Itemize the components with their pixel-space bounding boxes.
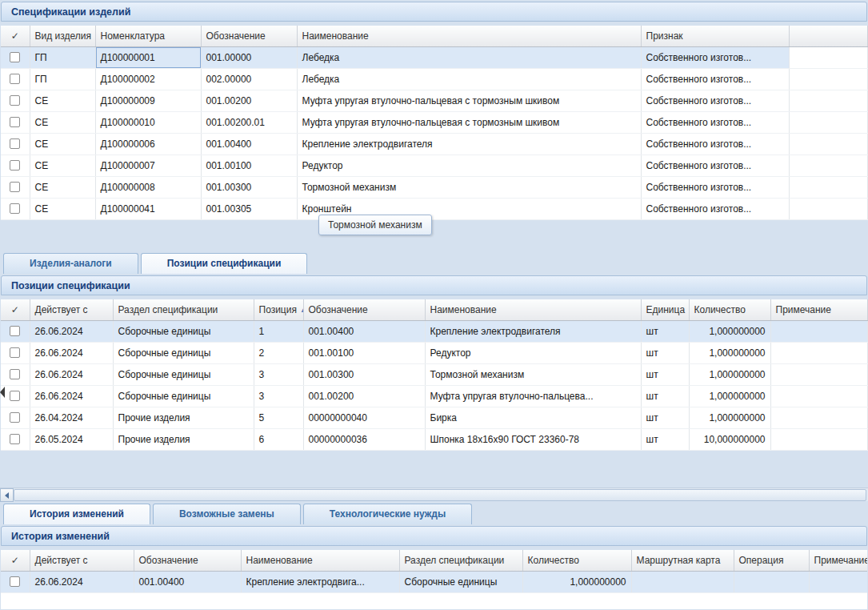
table-cell[interactable]: Д100000007	[95, 155, 201, 176]
table-cell[interactable]: Д100000002	[95, 68, 201, 90]
table-cell[interactable]: 3	[254, 385, 303, 407]
table-cell[interactable]: Прочие изделия	[113, 428, 254, 450]
row-checkbox[interactable]	[10, 347, 20, 358]
table-cell[interactable]: 001.00100	[201, 155, 297, 176]
table-cell[interactable]: 26.05.2024	[30, 428, 113, 450]
table-row[interactable]: СЕД100000006001.00400Крепление электродв…	[1, 133, 867, 155]
tab-2[interactable]: Возможные замены	[153, 504, 301, 524]
table-cell[interactable]	[734, 571, 809, 592]
column-header[interactable]: Обозначение	[303, 299, 425, 320]
table-cell[interactable]: Д100000009	[95, 90, 201, 111]
table-cell[interactable]: Муфта упругая втулочно-пальцевая с тормо…	[297, 90, 641, 111]
scrollbar-thumb[interactable]	[14, 489, 866, 501]
table-cell[interactable]: ГП	[30, 68, 95, 90]
table-cell[interactable]: шт	[641, 320, 689, 342]
table-cell[interactable]: 00000000040	[303, 407, 425, 428]
table-cell[interactable]: 2	[254, 342, 303, 363]
table-cell[interactable]	[770, 385, 867, 407]
table-row[interactable]: 26.06.2024Сборочные единицы3001.00300Тор…	[1, 363, 867, 385]
table-row[interactable]: СЕД100000041001.00305КронштейнСобственно…	[1, 198, 867, 219]
row-checkbox[interactable]	[10, 52, 20, 62]
table-cell[interactable]	[631, 571, 734, 592]
table-cell[interactable]: СЕ	[30, 133, 95, 155]
table-cell[interactable]: 001.00400	[201, 133, 297, 155]
table-cell[interactable]: 10,000000000	[689, 428, 770, 450]
table-cell[interactable]: Собственного изготов...	[641, 90, 789, 111]
table-cell[interactable]	[770, 342, 867, 363]
table-row[interactable]: ГПД100000001001.00000ЛебедкаСобственного…	[1, 46, 867, 68]
table-cell[interactable]: Собственного изготов...	[641, 176, 789, 198]
table-cell[interactable]: Собственного изготов...	[641, 111, 789, 133]
column-header[interactable]: Операция	[734, 550, 809, 571]
table-cell[interactable]	[809, 571, 867, 592]
column-header[interactable]: Наименование	[241, 550, 399, 571]
table-cell[interactable]: Бирка	[425, 407, 641, 428]
table-cell[interactable]: Д100000041	[95, 198, 201, 219]
table-cell[interactable]: 1,000000000	[522, 571, 631, 592]
row-checkbox[interactable]	[10, 434, 20, 444]
table-cell[interactable]	[770, 320, 867, 342]
table-cell[interactable]: 001.00300	[303, 363, 425, 385]
column-header[interactable]: Признак	[641, 26, 789, 46]
row-checkbox[interactable]	[10, 326, 20, 336]
column-header[interactable]: Примечание	[809, 550, 867, 571]
column-header[interactable]: Количество	[689, 299, 770, 320]
table-cell[interactable]: 3	[254, 363, 303, 385]
table-row[interactable]: ГПД100000002002.00000ЛебедкаСобственного…	[1, 68, 867, 90]
table-row[interactable]: 26.04.2024Прочие изделия500000000040Бирк…	[1, 407, 867, 428]
table-cell[interactable]: 26.04.2024	[30, 407, 113, 428]
tab-1[interactable]: Изделия-аналоги	[3, 253, 138, 274]
column-header[interactable]: Действует с	[30, 550, 134, 571]
table-row[interactable]: СЕД100000007001.00100РедукторСобственног…	[1, 155, 867, 176]
table-cell[interactable]: Редуктор	[297, 155, 641, 176]
column-header[interactable]: Обозначение	[201, 26, 297, 46]
column-header[interactable]: Номенклатура	[95, 26, 201, 46]
table-cell[interactable]: Собственного изготов...	[641, 133, 789, 155]
table-cell[interactable]: шт	[641, 342, 689, 363]
table-cell[interactable]: 1	[254, 320, 303, 342]
table-cell[interactable]: 001.00200	[303, 385, 425, 407]
table-cell[interactable]: 6	[254, 428, 303, 450]
table-cell[interactable]: 26.06.2024	[30, 320, 113, 342]
row-checkbox[interactable]	[10, 391, 20, 401]
row-checkbox[interactable]	[10, 182, 20, 192]
table-cell[interactable]: 1,000000000	[689, 363, 770, 385]
table-cell[interactable]: 26.06.2024	[30, 342, 113, 363]
collapse-left-icon[interactable]	[0, 387, 5, 398]
table-cell[interactable]: Собственного изготов...	[641, 46, 789, 68]
table-cell[interactable]: Лебедка	[297, 46, 641, 68]
column-header[interactable]: Единица	[641, 299, 689, 320]
column-header[interactable]: Раздел спецификации	[113, 299, 254, 320]
row-checkbox[interactable]	[10, 203, 20, 214]
table-cell[interactable]: Собственного изготов...	[641, 198, 789, 219]
table-cell[interactable]: Д100000001	[95, 46, 201, 68]
table-cell[interactable]: 5	[254, 407, 303, 428]
select-all-header[interactable]: ✓	[1, 550, 30, 571]
table-row[interactable]: 26.06.2024001.00400Крепление электродвиг…	[1, 571, 867, 592]
table-cell[interactable]: СЕ	[30, 155, 95, 176]
row-checkbox[interactable]	[10, 95, 20, 106]
column-header[interactable]: Вид изделия	[30, 26, 95, 46]
table-cell[interactable]	[770, 428, 867, 450]
table-cell[interactable]: 001.00100	[303, 342, 425, 363]
table-cell[interactable]: СЕ	[30, 111, 95, 133]
table-cell[interactable]: Тормозной механизм	[425, 363, 641, 385]
table-cell[interactable]: 00000000036	[303, 428, 425, 450]
row-checkbox[interactable]	[10, 138, 20, 149]
table-cell[interactable]: 001.00300	[201, 176, 297, 198]
table-cell[interactable]: Собственного изготов...	[641, 155, 789, 176]
row-checkbox[interactable]	[10, 74, 20, 84]
table-cell[interactable]: Муфта упругая втулочно-пальцева...	[425, 385, 641, 407]
table-cell[interactable]: Крепление электродвигателя	[297, 133, 641, 155]
horizontal-scrollbar[interactable]	[0, 488, 868, 501]
column-header[interactable]: Наименование	[297, 26, 641, 46]
table-row[interactable]: 26.06.2024Сборочные единицы1001.00400Кре…	[1, 320, 867, 342]
tab-3[interactable]: Технологические нужды	[303, 504, 472, 524]
table-cell[interactable]: ГП	[30, 46, 95, 68]
table-cell[interactable]: Прочие изделия	[113, 407, 254, 428]
row-checkbox[interactable]	[10, 117, 20, 127]
column-header[interactable]: Количество	[522, 550, 631, 571]
table-cell[interactable]: 1,000000000	[689, 342, 770, 363]
table-cell[interactable]: 1,000000000	[689, 407, 770, 428]
row-checkbox[interactable]	[10, 369, 20, 379]
